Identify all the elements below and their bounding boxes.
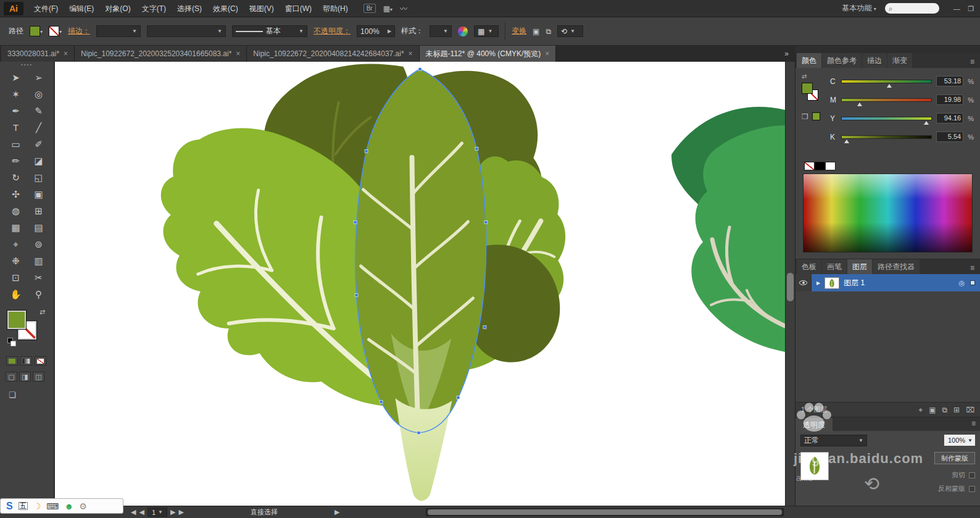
slider-thumb[interactable] bbox=[857, 102, 862, 106]
menu-item-8[interactable]: 帮助(H) bbox=[317, 0, 354, 17]
ime-halfmoon-icon[interactable]: ☽ bbox=[33, 502, 41, 511]
stem-shape[interactable] bbox=[396, 398, 452, 501]
panel-menu-icon[interactable]: ≡ bbox=[967, 419, 980, 430]
curvature-tool[interactable]: ✎ bbox=[27, 102, 50, 119]
pencil-tool[interactable]: ✏ bbox=[4, 152, 27, 169]
invert-mask-checkbox[interactable] bbox=[969, 486, 975, 492]
clip-checkbox[interactable] bbox=[969, 472, 975, 478]
gamut-warning-icon[interactable]: ❒ bbox=[802, 112, 808, 121]
first-artboard-icon[interactable]: ◀ bbox=[131, 508, 136, 516]
layer-row[interactable]: ▶ 图层 1 ◎ bbox=[795, 274, 980, 291]
pen-tool[interactable]: ✒ bbox=[4, 102, 27, 119]
menu-item-5[interactable]: 效果(C) bbox=[207, 0, 244, 17]
restore-button[interactable]: ❐ bbox=[968, 5, 974, 12]
screen-mode-button[interactable]: ❏ bbox=[9, 390, 54, 399]
cs-live-icon[interactable]: 〰 bbox=[400, 3, 407, 14]
none-button[interactable] bbox=[35, 356, 46, 366]
selection-tool[interactable]: ➤ bbox=[4, 69, 27, 86]
channel-slider[interactable] bbox=[841, 135, 932, 139]
eye-icon[interactable] bbox=[799, 280, 807, 285]
panel-tab-color[interactable]: 颜色 bbox=[797, 53, 821, 68]
layer-selection-chip[interactable] bbox=[970, 280, 975, 285]
make-mask-button[interactable]: 制作蒙版 bbox=[934, 452, 975, 464]
color-spectrum[interactable] bbox=[803, 173, 973, 253]
ime-user-icon[interactable]: ☻ bbox=[64, 502, 73, 511]
tab-close-icon[interactable]: × bbox=[545, 49, 549, 58]
tab-close-icon[interactable]: × bbox=[236, 49, 240, 58]
ime-logo-icon[interactable]: S bbox=[6, 501, 13, 511]
next-artboard-icon[interactable]: ▶ bbox=[170, 508, 175, 516]
document-tab[interactable]: Nipic_10922672_20200325203401665083.ai*× bbox=[75, 46, 247, 62]
black-swatch[interactable] bbox=[815, 162, 825, 170]
locate-object-icon[interactable]: ⌖ bbox=[918, 406, 923, 414]
opacity-link[interactable]: 不透明度： bbox=[314, 26, 351, 36]
panel-tab-gradient[interactable]: 渐变 bbox=[887, 53, 912, 68]
slider-thumb[interactable] bbox=[887, 84, 892, 88]
magic-wand-tool[interactable]: ✶ bbox=[4, 86, 27, 102]
horizontal-scrollbar[interactable] bbox=[426, 508, 784, 516]
menu-item-6[interactable]: 视图(V) bbox=[244, 0, 280, 17]
layer-expand-icon[interactable]: ▶ bbox=[816, 280, 820, 286]
menu-item-7[interactable]: 窗口(W) bbox=[280, 0, 317, 17]
swap-fill-stroke-icon[interactable]: ⇄ bbox=[39, 308, 45, 316]
panel-tab-layers[interactable]: 图层 bbox=[847, 259, 872, 274]
eraser-tool[interactable]: ◪ bbox=[27, 152, 50, 169]
artboard-canvas[interactable] bbox=[55, 62, 785, 506]
isolate-object-icon[interactable]: ▣ bbox=[533, 27, 539, 36]
column-graph-tool[interactable]: ▥ bbox=[27, 253, 50, 269]
channel-value-input[interactable]: 53.18 bbox=[936, 76, 963, 86]
stroke-weight-combo[interactable]: ▼ bbox=[96, 25, 141, 37]
prev-artboard-icon[interactable]: ◀ bbox=[139, 508, 144, 516]
opacity-combo[interactable]: 100%▶ bbox=[357, 25, 395, 37]
transparency-tab[interactable]: 透明度 bbox=[795, 418, 833, 432]
opacity-field[interactable]: 100%▼ bbox=[944, 435, 975, 446]
panel-tab-stroke[interactable]: 描边 bbox=[862, 53, 887, 68]
ime-settings-icon[interactable]: ⚙ bbox=[79, 502, 87, 511]
arrange-icon[interactable]: ⧉ bbox=[546, 27, 551, 36]
swap-colors-icon[interactable]: ⇄ bbox=[802, 73, 807, 80]
closest-web-color-swatch[interactable] bbox=[812, 112, 820, 120]
last-artboard-icon[interactable]: ▶ bbox=[178, 508, 183, 516]
channel-slider[interactable] bbox=[841, 80, 932, 83]
menu-item-3[interactable]: 文字(T) bbox=[136, 0, 172, 17]
menu-item-2[interactable]: 对象(O) bbox=[99, 0, 136, 17]
channel-value-input[interactable]: 19.98 bbox=[936, 94, 963, 105]
layers-empty-area[interactable] bbox=[795, 291, 980, 402]
vertical-scrollbar-thumb[interactable] bbox=[787, 273, 794, 301]
rotate-tool[interactable]: ↻ bbox=[4, 169, 27, 186]
scale-tool[interactable]: ◱ bbox=[27, 169, 50, 186]
draw-inside-button[interactable]: ◫ bbox=[33, 372, 44, 382]
panel-tab-swatches[interactable]: 色板 bbox=[797, 259, 821, 274]
layer-target-icon[interactable]: ◎ bbox=[958, 279, 965, 287]
search-box[interactable]: ⌕ bbox=[885, 3, 939, 14]
draw-normal-button[interactable]: ▢ bbox=[6, 372, 17, 382]
transform-link[interactable]: 变换 bbox=[512, 26, 526, 36]
zoom-tool[interactable]: ⚲ bbox=[27, 286, 50, 303]
blend-tool[interactable]: ⊚ bbox=[27, 236, 50, 253]
lasso-tool[interactable]: ◎ bbox=[27, 86, 50, 102]
menu-item-1[interactable]: 编辑(E) bbox=[64, 0, 99, 17]
panel-menu-icon[interactable]: ≡ bbox=[966, 264, 979, 274]
panel-menu-icon[interactable]: ≡ bbox=[966, 57, 979, 68]
type-tool[interactable]: T bbox=[4, 119, 27, 136]
delete-layer-icon[interactable]: ⌧ bbox=[966, 406, 974, 414]
make-clip-mask-icon[interactable]: ▣ bbox=[929, 406, 936, 414]
vertical-scrollbar[interactable] bbox=[785, 62, 795, 506]
symbol-sprayer-tool[interactable]: ❉ bbox=[4, 253, 27, 269]
layer-visibility-cell[interactable] bbox=[795, 274, 812, 291]
minimize-button[interactable]: — bbox=[953, 5, 960, 12]
white-swatch[interactable] bbox=[825, 162, 836, 170]
gradient-tool[interactable]: ▤ bbox=[27, 219, 50, 236]
rectangle-tool[interactable]: ▭ bbox=[4, 136, 27, 152]
shape-builder-tool[interactable]: ◍ bbox=[4, 203, 27, 219]
slice-tool[interactable]: ✂ bbox=[27, 269, 50, 286]
direct-selection-tool[interactable]: ➢ bbox=[27, 69, 50, 86]
recolor-artwork-icon[interactable] bbox=[458, 27, 468, 36]
fill-color-swatch[interactable]: ▾ bbox=[30, 26, 43, 36]
tab-close-icon[interactable]: × bbox=[64, 49, 68, 58]
panel-tab-color-guide[interactable]: 颜色参考 bbox=[822, 53, 862, 68]
width-tool[interactable]: ✣ bbox=[4, 186, 27, 203]
layer-name[interactable]: 图层 1 bbox=[844, 278, 865, 288]
stroke-color-swatch[interactable]: ▾ bbox=[49, 26, 62, 36]
stroke-link[interactable]: 描边： bbox=[68, 26, 90, 36]
